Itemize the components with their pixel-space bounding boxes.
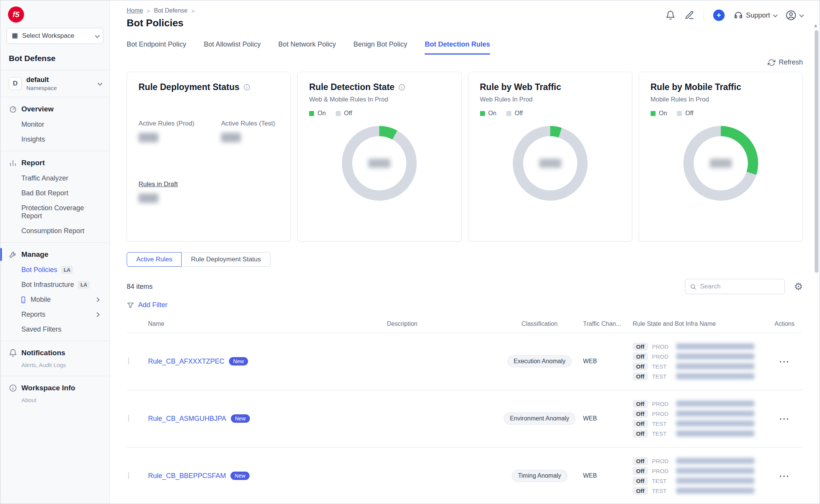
state-badge: Off (633, 353, 648, 361)
tab-bot-allowlist-policy[interactable]: Bot Allowlist Policy (204, 40, 261, 55)
sidebar: f5 Select Workspace Bot Defense D defaul… (0, 0, 110, 504)
rule-name-link[interactable]: Rule_CB_ASMGUHBJPA (148, 415, 226, 423)
env-label: PROD (652, 468, 672, 474)
redacted-value (368, 159, 390, 168)
toggle-active-rules[interactable]: Active Rules (127, 252, 182, 267)
assistant-icon[interactable]: + (713, 10, 725, 21)
product-title: Bot Defense (9, 54, 103, 63)
redacted-value (676, 478, 754, 484)
namespace-name: default (26, 76, 93, 84)
info-icon[interactable] (243, 84, 251, 91)
nav-item-label: Saved Filters (21, 325, 61, 333)
legend-off-label: Off (515, 110, 523, 117)
section-label: Report (21, 159, 45, 167)
new-badge: New (230, 472, 250, 480)
namespace-selector[interactable]: D default Namespace (6, 70, 103, 97)
add-filter-button[interactable]: Add Filter (127, 301, 168, 309)
account-menu[interactable] (786, 10, 803, 21)
tab-bot-detection-rules[interactable]: Bot Detection Rules (425, 40, 490, 55)
table-row: Rule_CB_BBEPPCSFAM New Timing Anomaly WE… (127, 448, 803, 504)
tab-bot-endpoint-policy[interactable]: Bot Endpoint Policy (127, 40, 186, 55)
rule-state-cell: OffPROD OffPROD OffTEST OffTEST (633, 455, 766, 497)
section-label: Manage (21, 250, 48, 259)
chevron-down-icon (799, 12, 804, 17)
row-actions-menu[interactable]: ⋯ (766, 355, 803, 368)
legend-on-swatch (480, 111, 485, 116)
redacted-value (676, 430, 754, 436)
info-icon[interactable] (398, 84, 406, 91)
workspace-selector[interactable]: Select Workspace (6, 28, 103, 44)
breadcrumb-home-link[interactable]: Home (127, 7, 143, 14)
row-checkbox[interactable] (128, 357, 129, 365)
pencil-icon[interactable] (685, 10, 694, 20)
nav-item-label: Mobile (31, 296, 51, 304)
sidebar-item-consumption-report[interactable]: Consumption Report (6, 224, 103, 238)
column-name: Name (148, 320, 308, 327)
sidebar-item-saved-filters[interactable]: Saved Filters (6, 322, 103, 337)
card-rule-detection-state: Rule Detection State Web & Mobile Rules … (297, 72, 461, 242)
search-icon (690, 283, 696, 290)
env-label: PROD (652, 353, 672, 360)
notifications-bell-icon[interactable] (665, 10, 675, 20)
chevron-right-icon (95, 297, 100, 302)
chevron-down-icon (98, 81, 103, 85)
refresh-label: Refresh (779, 58, 803, 66)
redacted-value (676, 353, 754, 359)
rule-name-link[interactable]: Rule_CB_AFXXXTZPEC (148, 357, 224, 366)
card-subtitle: Mobile Rules In Prod (651, 96, 791, 103)
legend: On Off (651, 110, 791, 117)
refresh-button[interactable]: Refresh (768, 58, 803, 66)
tab-bot-network-policy[interactable]: Bot Network Policy (278, 40, 336, 55)
nav-item-label: Bot Policies (21, 266, 57, 274)
sidebar-item-bad-bot-report[interactable]: Bad Bot Report (6, 186, 103, 201)
scrollbar-up-arrow[interactable]: ▲ (813, 23, 818, 28)
redacted-value (676, 488, 754, 494)
state-badge: Off (633, 400, 648, 408)
sidebar-item-bot-policies[interactable]: Bot Policies LA (6, 262, 103, 277)
search-input[interactable] (700, 283, 780, 290)
row-checkbox[interactable] (128, 472, 129, 479)
sidebar-section-manage[interactable]: Manage (6, 246, 103, 262)
sidebar-item-protection-coverage-report[interactable]: Protection Coverage Report (6, 201, 103, 224)
sidebar-item-insights[interactable]: Insights (6, 132, 103, 147)
sidebar-section-overview[interactable]: Overview (6, 101, 103, 117)
env-label: PROD (652, 343, 672, 350)
sidebar-section-report[interactable]: Report (6, 155, 103, 171)
traffic-channel: WEB (583, 358, 633, 365)
state-badge: Off (633, 477, 648, 485)
card-subtitle: Web Rules In Prod (480, 96, 620, 103)
info-icon (9, 384, 17, 392)
row-actions-menu[interactable]: ⋯ (766, 412, 803, 425)
sidebar-section-notifications[interactable]: Notifications (6, 345, 103, 361)
grid-icon (11, 32, 18, 39)
rules-in-draft-link[interactable]: Rules in Draft (139, 180, 178, 188)
card-title: Rule by Mobile Traffic (651, 82, 741, 92)
f5-logo-icon[interactable]: f5 (8, 6, 24, 23)
sidebar-item-reports[interactable]: Reports (6, 307, 103, 322)
scrollbar[interactable] (815, 30, 818, 273)
classification-badge: Timing Anomaly (512, 470, 567, 482)
tab-benign-bot-policy[interactable]: Benign Bot Policy (353, 40, 407, 55)
env-label: PROD (652, 411, 672, 417)
rule-name-link[interactable]: Rule_CB_BBEPPCSFAM (148, 472, 226, 480)
sidebar-item-traffic-analyzer[interactable]: Traffic Analyzer (6, 171, 103, 186)
sidebar-item-bot-infrastructure[interactable]: Bot Infrastructure LA (6, 277, 103, 292)
sidebar-section-workspace-info[interactable]: Workspace Info (6, 380, 103, 396)
gear-icon[interactable]: ⚙ (794, 282, 803, 291)
traffic-channel: WEB (583, 472, 633, 479)
toggle-rule-deployment-status[interactable]: Rule Deployment Status (182, 252, 270, 267)
redacted-value (139, 193, 158, 203)
env-label: TEST (652, 478, 672, 484)
wrench-icon (9, 250, 17, 259)
chevron-down-icon (95, 33, 100, 38)
legend-off-swatch (677, 111, 682, 116)
rules-table: Name Description Classification Traffic … (127, 320, 803, 504)
sidebar-item-monitor[interactable]: Monitor (6, 117, 103, 132)
legend-on-label: On (488, 110, 496, 117)
row-actions-menu[interactable]: ⋯ (766, 470, 803, 482)
donut-chart-web (513, 126, 588, 201)
row-checkbox[interactable] (128, 415, 129, 422)
support-menu[interactable]: Support (734, 11, 777, 20)
view-toggle: Active Rules Rule Deployment Status (127, 252, 271, 267)
sidebar-item-mobile[interactable]: Mobile (6, 292, 103, 307)
